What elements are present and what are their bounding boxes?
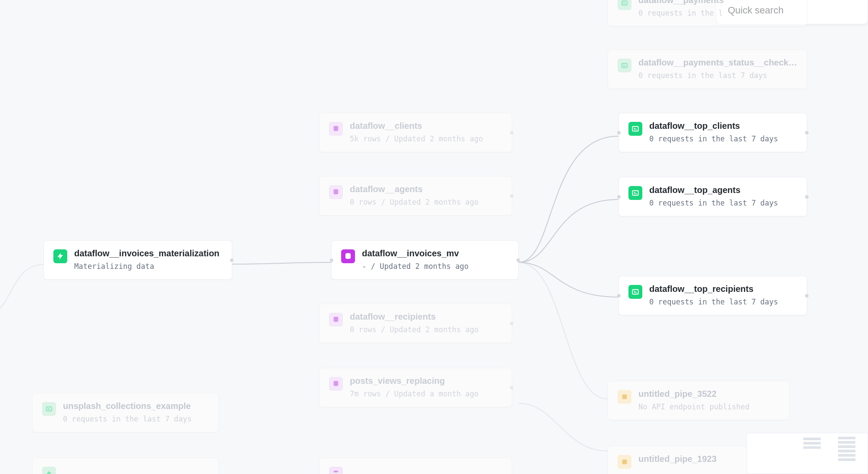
terminal-icon	[42, 402, 56, 416]
node-title: posts_views_replacing	[350, 376, 479, 386]
node-recipients[interactable]: dataflow__recipients 0 rows / Updated 2 …	[319, 304, 512, 343]
output-handle[interactable]	[805, 294, 809, 297]
output-handle[interactable]	[516, 258, 520, 262]
terminal-icon	[628, 122, 642, 136]
node-invoices-materialization[interactable]: dataflow__invoices_materialization Mater…	[43, 240, 232, 280]
svg-rect-12	[622, 395, 627, 399]
node-title: untitled_pipe_1923	[638, 454, 717, 464]
node-payments[interactable]: dataflow__payments 0 requests in the l	[608, 0, 807, 26]
output-handle[interactable]	[510, 194, 513, 198]
node-title: dataflow__top_recipients	[649, 284, 778, 294]
node-clients[interactable]: dataflow__clients 5k rows / Updated 2 mo…	[319, 113, 512, 152]
bolt-icon	[53, 249, 67, 263]
node-title: unsplash_collections_example	[63, 401, 192, 411]
pipe-icon	[618, 455, 631, 469]
svg-rect-13	[622, 460, 627, 464]
node-title: dataflow__invoices_mv	[362, 248, 469, 258]
database-icon	[329, 377, 343, 391]
node-title: dataflow__payments_status__check…	[638, 58, 797, 68]
input-handle[interactable]	[617, 195, 621, 199]
node-agents[interactable]: dataflow__agents 0 rows / Updated 2 mont…	[319, 176, 512, 216]
node-subtitle: - / Updated 2 months ago	[362, 262, 469, 271]
node-title: dataflow__recipients	[350, 312, 479, 322]
output-handle[interactable]	[805, 195, 809, 199]
terminal-icon	[618, 59, 631, 72]
node-subtitle: 0 requests in the last 7 days	[649, 134, 778, 143]
node-title: dataflow__payments	[638, 0, 724, 5]
node-subtitle: 0 requests in the last 7 days	[649, 199, 778, 207]
node-subtitle: No API endpoint published	[638, 402, 750, 411]
database-icon	[341, 249, 355, 263]
output-handle[interactable]	[510, 322, 513, 325]
node-top-clients[interactable]: dataflow__top_clients 0 requests in the …	[618, 113, 807, 152]
input-handle[interactable]	[617, 294, 621, 297]
database-icon	[329, 122, 343, 136]
node-title: dataflow__clients	[350, 121, 483, 131]
node-title: dataflow__top_agents	[649, 185, 778, 195]
terminal-icon	[628, 186, 642, 200]
minimap[interactable]	[746, 433, 868, 474]
terminal-icon	[618, 0, 631, 10]
node-fragment-center[interactable]	[319, 458, 512, 474]
input-handle[interactable]	[617, 131, 621, 134]
node-top-recipients[interactable]: dataflow__top_recipients 0 requests in t…	[618, 276, 807, 315]
node-subtitle: 7m rows / Updated a month ago	[350, 389, 479, 398]
node-invoices-mv[interactable]: dataflow__invoices_mv - / Updated 2 mont…	[331, 240, 519, 280]
node-subtitle: 0 requests in the l	[638, 9, 724, 17]
pipe-icon	[618, 390, 631, 404]
node-top-agents[interactable]: dataflow__top_agents 0 requests in the l…	[618, 177, 807, 216]
node-fragment[interactable]	[32, 458, 219, 474]
node-title: dataflow__top_clients	[649, 121, 778, 131]
svg-point-11	[334, 471, 339, 472]
database-icon	[329, 467, 343, 474]
database-icon	[329, 185, 343, 199]
output-handle[interactable]	[230, 258, 233, 262]
bolt-icon	[42, 467, 56, 474]
node-subtitle: Materializing data	[74, 262, 220, 271]
node-title: dataflow__agents	[350, 184, 479, 194]
node-subtitle: 0 requests in the last 7 days	[63, 415, 192, 423]
node-subtitle: 5k rows / Updated 2 months ago	[350, 134, 483, 143]
node-unsplash-example[interactable]: unsplash_collections_example 0 requests …	[32, 393, 219, 432]
node-title: untitled_pipe_3522	[638, 389, 750, 399]
output-handle[interactable]	[510, 131, 513, 134]
node-untitled-pipe-3522[interactable]: untitled_pipe_3522 No API endpoint publi…	[608, 381, 790, 420]
node-subtitle: 0 rows / Updated 2 months ago	[350, 198, 479, 206]
node-subtitle: 0 rows / Updated 2 months ago	[350, 325, 479, 334]
terminal-icon	[628, 285, 642, 299]
input-handle[interactable]	[330, 258, 333, 262]
output-handle[interactable]	[510, 386, 513, 389]
node-subtitle: 0 requests in the last 7 days	[638, 71, 797, 80]
data-flow-canvas[interactable]: Quick search dataflow__invoices_material…	[0, 0, 868, 474]
node-payments-status-check[interactable]: dataflow__payments_status__check… 0 requ…	[608, 49, 807, 89]
database-icon	[329, 313, 343, 327]
node-posts-views[interactable]: posts_views_replacing 7m rows / Updated …	[319, 368, 512, 407]
node-subtitle: 0 requests in the last 7 days	[649, 297, 778, 306]
node-title: dataflow__invoices_materialization	[74, 248, 220, 258]
output-handle[interactable]	[805, 131, 809, 134]
